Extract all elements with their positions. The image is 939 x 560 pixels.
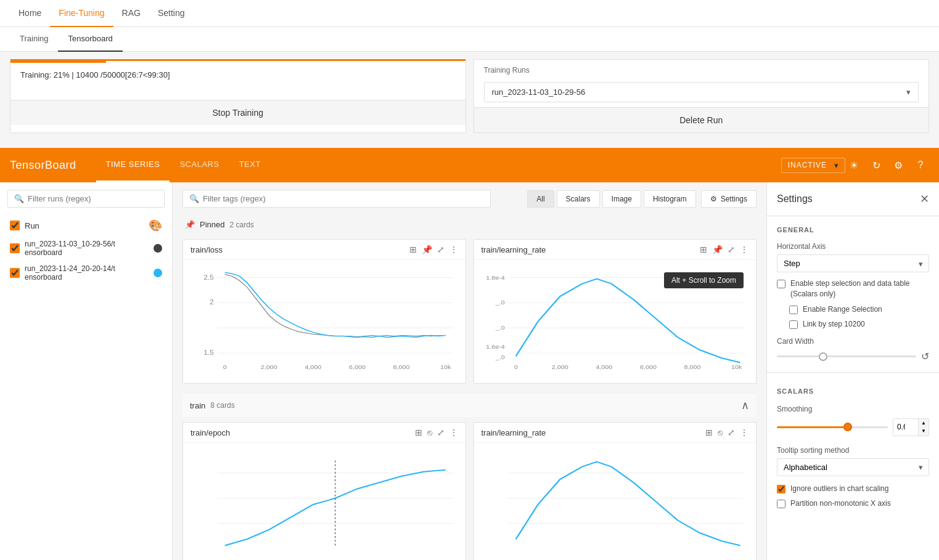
palette-icon[interactable]: 🎨 (149, 219, 162, 232)
enable-range-label: Enable Range Selection (803, 304, 882, 315)
run-2-checkbox[interactable] (10, 268, 20, 278)
link-step-checkbox[interactable] (789, 320, 798, 329)
epoch-expand-icon[interactable]: ⊞ (415, 428, 422, 437)
svg-text:4,000: 4,000 (596, 363, 612, 370)
sub-tabs: Training Tensorboard (0, 27, 939, 52)
delete-run-button[interactable]: Delete Run (474, 107, 929, 132)
stop-training-button[interactable]: Stop Training (10, 100, 465, 125)
chart-lr-expand-icon[interactable]: ⊞ (700, 245, 707, 254)
settings-divider (767, 372, 939, 373)
smoothing-increment-button[interactable]: ▲ (919, 419, 929, 427)
pinned-section-header: 📌 Pinned 2 cards (182, 215, 757, 234)
nav-rag[interactable]: RAG (113, 0, 149, 27)
tensorboard-toolbar: TensorBoard TIME SERIES SCALARS TEXT INA… (0, 148, 939, 182)
nav-setting[interactable]: Setting (149, 0, 194, 27)
chart-fullscreen-icon[interactable]: ⤢ (437, 245, 445, 254)
runs-filter-input[interactable] (28, 194, 158, 203)
dropdown-arrow-icon: ▾ (906, 87, 911, 97)
nav-home[interactable]: Home (10, 0, 50, 27)
run-all-checkbox[interactable] (10, 221, 20, 230)
card-width-thumb[interactable] (819, 352, 827, 361)
filter-scalars-button[interactable]: Scalars (557, 190, 600, 208)
epoch-more-icon[interactable]: ⋮ (449, 428, 458, 437)
chart-svg-train-lr2 (479, 448, 752, 560)
nav-finetuning[interactable]: Fine-Tuning (50, 0, 113, 27)
smoothing-number-input[interactable] (893, 420, 918, 434)
open-settings-button[interactable]: ⚙ Settings (701, 190, 757, 208)
epoch-pin-icon[interactable]: ⎋ (427, 428, 432, 437)
settings-close-button[interactable]: ✕ (920, 192, 929, 206)
tb-nav-scalars[interactable]: SCALARS (170, 148, 229, 182)
settings-gear-icon[interactable]: ⚙ (890, 156, 907, 174)
horizontal-axis-select[interactable]: Step Relative Wall (777, 254, 929, 272)
tags-search-icon: 🔍 (189, 194, 199, 203)
settings-title: Settings (777, 193, 813, 205)
run-item-2: run_2023-11-24_20-20-14/tensorboard (7, 261, 165, 285)
smoothing-track (777, 426, 888, 428)
chart-lr-more-icon[interactable]: ⋮ (740, 245, 748, 254)
filter-histogram-button[interactable]: Histogram (644, 190, 696, 208)
settings-header: Settings ✕ (767, 182, 939, 216)
refresh-icon[interactable]: ↻ (867, 156, 885, 174)
tags-filter-input[interactable] (203, 194, 484, 203)
card-width-row: Card Width ↺ (767, 332, 939, 367)
lr2-expand-icon[interactable]: ⊞ (705, 428, 713, 437)
status-label: INACTIVE (788, 161, 827, 169)
smoothing-spin-buttons: ▲ ▼ (918, 419, 929, 435)
chart-title-train-loss: train/loss (191, 245, 223, 254)
card-width-reset-icon[interactable]: ↺ (921, 351, 929, 362)
top-nav: Home Fine-Tuning RAG Setting (0, 0, 939, 27)
card-width-label: Card Width (777, 337, 929, 346)
subtab-tensorboard[interactable]: Tensorboard (58, 27, 122, 52)
tags-filter-box[interactable]: 🔍 (182, 190, 491, 208)
svg-text:_.0: _.0 (494, 354, 504, 360)
training-runs-dropdown[interactable]: run_2023-11-03_10-29-56 ▾ (484, 82, 919, 102)
chart-body-train-lr: Alt + Scroll to Zoom 1.8e-4 _.0 _.0 1.6e… (474, 260, 757, 383)
chart-area: 🔍 All Scalars Image Histogram ⚙ Settings… (173, 182, 766, 560)
chart-lr-pin-icon[interactable]: 📌 (712, 245, 723, 254)
theme-toggle-icon[interactable]: ☀ (845, 156, 863, 174)
horizontal-axis-row: Horizontal Axis Step Relative Wall (767, 238, 939, 276)
enable-range-checkbox[interactable] (789, 306, 798, 314)
smoothing-thumb[interactable] (843, 423, 852, 431)
chart-pin-icon[interactable]: 📌 (422, 245, 432, 254)
content-area: 🔍 Run 🎨 run_2023-11-03_10-29-56/tensorbo… (0, 182, 939, 560)
chart-card-train-lr: train/learning_rate ⊞ 📌 ⤢ ⋮ Alt + Scroll… (474, 239, 757, 384)
subtab-training[interactable]: Training (10, 27, 58, 52)
tb-nav-timeseries[interactable]: TIME SERIES (96, 148, 170, 182)
enable-step-checkbox[interactable] (777, 280, 785, 288)
chart-more-icon[interactable]: ⋮ (449, 245, 458, 254)
run-1-color-dot (154, 244, 162, 253)
lr2-pin-icon[interactable]: ⎋ (718, 428, 723, 437)
filter-image-button[interactable]: Image (602, 190, 641, 208)
smoothing-decrement-button[interactable]: ▼ (919, 427, 929, 435)
svg-text:8,000: 8,000 (393, 363, 410, 370)
svg-text:2,000: 2,000 (261, 363, 277, 370)
help-icon[interactable]: ? (912, 156, 929, 174)
filter-all-button[interactable]: All (527, 190, 554, 208)
run-item-1: run_2023-11-03_10-29-56/tensorboard (7, 236, 165, 261)
partition-nonmono-checkbox[interactable] (777, 500, 785, 508)
training-progress-card: Training: 21% | 10400 /50000[26:7<99:30]… (10, 59, 466, 133)
run-header-item: Run 🎨 (7, 215, 165, 236)
svg-text:6,000: 6,000 (349, 363, 366, 370)
smoothing-row: Smoothing ▲ ▼ (767, 400, 939, 440)
chart-svg-train-loss: 2.5 2 1.5 0 2,000 4,000 6,000 8,000 10k (188, 265, 461, 378)
tooltip-sort-select[interactable]: Alphabetical Ascending Descending (777, 458, 929, 476)
epoch-fullscreen-icon[interactable]: ⤢ (437, 428, 445, 437)
run-1-checkbox[interactable] (10, 243, 20, 253)
chart-lr-fullscreen-icon[interactable]: ⤢ (728, 245, 735, 254)
runs-filter-box[interactable]: 🔍 (7, 190, 165, 208)
lr2-more-icon[interactable]: ⋮ (740, 428, 748, 437)
train-section-collapse-icon[interactable]: ∧ (741, 399, 749, 412)
chart-body-train-lr2 (474, 443, 757, 560)
ignore-outliers-checkbox[interactable] (777, 485, 785, 493)
chart-expand-icon[interactable]: ⊞ (409, 245, 417, 254)
filter-bar: 🔍 All Scalars Image Histogram ⚙ Settings (182, 190, 757, 208)
status-dropdown[interactable]: INACTIVE ▾ (781, 158, 845, 173)
horizontal-axis-select-wrapper: Step Relative Wall (777, 254, 929, 272)
tb-nav-text[interactable]: TEXT (229, 148, 271, 182)
lr2-fullscreen-icon[interactable]: ⤢ (728, 428, 735, 437)
smoothing-controls: ▲ ▼ (777, 418, 929, 436)
train-section-header: train 8 cards ∧ (182, 394, 757, 417)
